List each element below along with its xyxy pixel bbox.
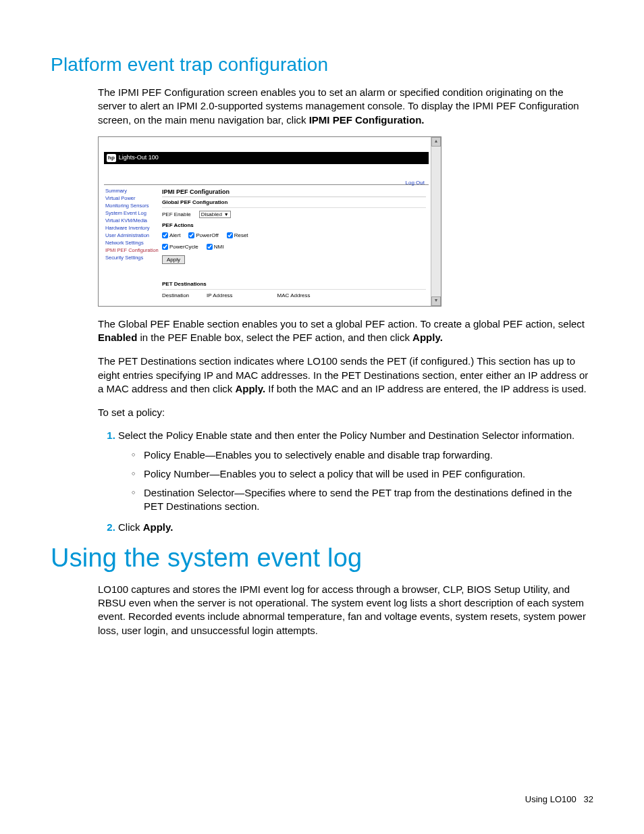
pef-enable-label: PEF Enable [162, 211, 191, 217]
sidebar-item-hw-inventory[interactable]: Hardware Inventory [104, 224, 159, 232]
sub-item-policy-number: Policy Number—Enables you to select a po… [134, 467, 593, 481]
sidebar-item-vkvm[interactable]: Virtual KVM/Media [104, 217, 159, 224]
text: Click [118, 521, 143, 533]
sub-item-destination-selector: Destination Selector—Specifies where to … [134, 486, 593, 514]
dest-col-destination: Destination [162, 292, 189, 298]
app-titlebar: hp Lights-Out 100 [104, 152, 429, 164]
checkbox-label: PowerOff [196, 232, 218, 238]
checkbox-nmi[interactable]: NMI [207, 244, 224, 250]
text: Select the Policy Enable state and then … [118, 429, 574, 441]
text-bold: IPMI PEF Configuration. [309, 114, 425, 126]
text-bold: Apply. [143, 521, 173, 533]
panel-title: IPMI PEF Configuration [162, 187, 426, 197]
checkbox-input[interactable] [227, 232, 233, 238]
checkbox-label: Reset [234, 232, 248, 238]
sidebar-item-security[interactable]: Security Settings [104, 254, 159, 261]
sidebar-nav: Summary Virtual Power Monitoring Sensors… [104, 186, 159, 306]
paragraph-intro: The IPMI PEF Configuration screen enable… [98, 86, 593, 127]
sub-item-policy-enable: Policy Enable—Enables you to selectively… [134, 448, 593, 462]
checkbox-label: PowerCycle [169, 244, 198, 250]
sidebar-item-user-admin[interactable]: User Administration [104, 232, 159, 239]
scroll-down-icon[interactable]: ▾ [431, 296, 441, 306]
step-2: Click Apply. [118, 521, 593, 534]
sidebar-item-summary[interactable]: Summary [104, 187, 159, 194]
pef-actions-label: PEF Actions [162, 222, 194, 228]
checkbox-poweroff[interactable]: PowerOff [188, 232, 218, 238]
sidebar-item-ipmi-pef[interactable]: IPMI PEF Configuration [104, 246, 159, 254]
main-panel: IPMI PEF Configuration Global PEF Config… [159, 186, 429, 306]
paragraph-global-pef: The Global PEF Enable section enables yo… [98, 317, 593, 345]
sidebar-item-monitoring[interactable]: Monitoring Sensors [104, 202, 159, 209]
checkbox-label: Alert [169, 232, 180, 238]
step-1: Select the Policy Enable state and then … [118, 429, 593, 513]
checkbox-input[interactable] [207, 244, 213, 250]
text: in the PEF Enable box, select the PEF ac… [137, 332, 412, 343]
panel-subtitle-destinations: PET Destinations [162, 279, 426, 290]
text: If both the MAC and an IP address are en… [265, 383, 587, 394]
scroll-up-icon[interactable]: ▴ [431, 137, 441, 147]
page-number: 32 [584, 794, 593, 804]
pef-enable-value: Disabled [201, 211, 222, 217]
checkbox-input[interactable] [188, 232, 194, 238]
app-name: Lights-Out 100 [119, 155, 159, 161]
checkbox-powercycle[interactable]: PowerCycle [162, 244, 198, 250]
checkbox-input[interactable] [162, 244, 168, 250]
dest-col-mac: MAC Address [277, 292, 311, 298]
hp-logo-icon: hp [107, 154, 116, 162]
app-title: Lights-Out 100 [119, 154, 159, 161]
paragraph-sel: LO100 captures and stores the IPMI event… [98, 583, 593, 637]
text: The Global PEF Enable section enables yo… [98, 318, 585, 330]
heading-platform-event-trap: Platform event trap configuration [51, 54, 593, 76]
scrollbar[interactable]: ▴ ▾ [431, 137, 441, 306]
apply-button[interactable]: Apply [162, 255, 185, 264]
page-footer: Using LO100 32 [525, 794, 593, 804]
checkbox-label: NMI [214, 244, 224, 250]
text-bold: Apply. [235, 383, 265, 394]
heading-system-event-log: Using the system event log [51, 544, 593, 573]
topbar: Log Out [104, 175, 429, 185]
ordered-list-steps: Select the Policy Enable state and then … [98, 429, 593, 534]
checkbox-input[interactable] [162, 232, 168, 238]
sidebar-item-network[interactable]: Network Settings [104, 239, 159, 246]
dest-col-ip: IP Address [207, 292, 233, 298]
checkbox-alert[interactable]: Alert [162, 232, 180, 238]
sidebar-item-event-log[interactable]: System Event Log [104, 209, 159, 217]
embedded-screenshot: ▴ ▾ hp Lights-Out 100 Log Out Summary Vi… [98, 136, 441, 307]
checkbox-reset[interactable]: Reset [227, 232, 248, 238]
pef-enable-select[interactable]: Disabled ▼ [199, 211, 231, 218]
text-bold: Enabled [98, 332, 137, 343]
footer-label: Using LO100 [525, 794, 576, 804]
sub-list: Policy Enable—Enables you to selectively… [118, 448, 593, 514]
chevron-down-icon: ▼ [224, 212, 229, 217]
panel-subtitle-global: Global PEF Configuration [162, 197, 426, 208]
sidebar-item-virtual-power[interactable]: Virtual Power [104, 194, 159, 202]
paragraph-policy-lead: To set a policy: [98, 406, 593, 419]
logout-link[interactable]: Log Out [406, 180, 425, 186]
text-bold: Apply. [412, 332, 443, 343]
paragraph-pet-destinations: The PET Destinations section indicates w… [98, 355, 593, 396]
